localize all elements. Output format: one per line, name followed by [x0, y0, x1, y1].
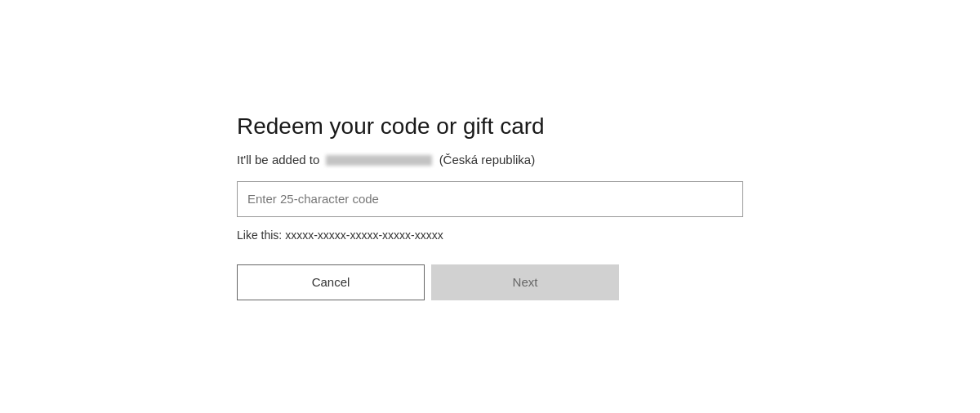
page-title: Redeem your code or gift card: [237, 113, 743, 140]
subtitle-prefix: It'll be added to: [237, 153, 319, 167]
subtitle-suffix: (Česká republika): [439, 153, 536, 167]
code-hint: Like this: xxxxx-xxxxx-xxxxx-xxxxx-xxxxx: [237, 229, 743, 242]
redeem-dialog: Redeem your code or gift card It'll be a…: [237, 113, 743, 300]
cancel-button[interactable]: Cancel: [237, 264, 425, 300]
code-input[interactable]: [237, 181, 743, 217]
subtitle-text: It'll be added to (Česká republika): [237, 153, 743, 167]
next-button[interactable]: Next: [431, 264, 619, 300]
redacted-email: [326, 155, 432, 166]
action-buttons: Cancel Next: [237, 264, 743, 300]
